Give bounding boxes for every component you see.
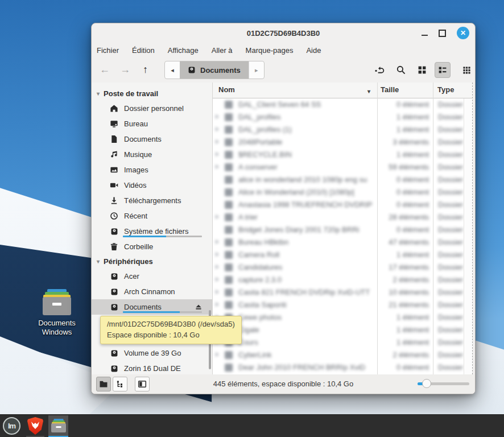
disk-usage-bar [123, 236, 202, 237]
recent-icon [110, 212, 118, 220]
zoom-slider[interactable] [418, 382, 469, 385]
sidebar-item-documents[interactable]: Documents [92, 131, 212, 147]
sidebar-item-volume-de-39-go[interactable]: Volume de 39 Go [92, 345, 212, 361]
sidebar-section-peripheriques[interactable]: ▾Périphériques [92, 254, 212, 269]
expander-icon[interactable] [216, 152, 219, 156]
table-row[interactable]: 2048Portable3 élémentsDossier [213, 136, 464, 149]
expander-icon[interactable] [216, 127, 219, 131]
expander-icon[interactable] [216, 352, 219, 357]
file-name: Casita Saporiti [238, 300, 287, 309]
sidebar-item-bureau[interactable]: Bureau [92, 116, 212, 131]
column-header-nom[interactable]: Nom [218, 85, 235, 94]
table-row[interactable]: capture 2.3.02 élémentsDossier [213, 274, 464, 286]
expander-icon[interactable] [216, 139, 219, 144]
table-row[interactable]: Bureau HBktbn47 élémentsDossier [213, 236, 464, 249]
table-row[interactable]: Anastasia 1998 TRUEFRENCH DVDRIP0 élémen… [213, 199, 464, 211]
table-row[interactable]: Alice in Wonderland (2010) [1080p]0 élém… [213, 186, 464, 199]
list-scrollbar[interactable] [464, 98, 472, 374]
file-list: Nom ▾ Taille Type DAL_Client Seven 64 SS… [213, 83, 473, 374]
table-row[interactable]: A trier28 élémentsDossier [213, 211, 464, 224]
table-row[interactable]: Bridget Jones Diary 2001 720p BRRi0 élém… [213, 224, 464, 236]
desktop-icon-documents-windows[interactable]: Documents Windows [31, 289, 83, 337]
expander-icon[interactable] [216, 240, 219, 244]
expander-icon[interactable] [216, 164, 219, 169]
sidebar-item-acer[interactable]: Acer [92, 269, 212, 284]
file-name: DAL_Client Seven 64 SS [238, 100, 321, 109]
file-type: Dossier [438, 163, 463, 171]
maximize-button[interactable] [439, 30, 446, 37]
table-row[interactable]: Camera Roll1 élémentDossier [213, 249, 464, 261]
table-row[interactable]: CyberLink2 élémentsDossier [213, 349, 464, 361]
sidebar-item-images[interactable]: Images [92, 162, 212, 178]
menu-item-fichier[interactable]: Fichier [97, 46, 119, 55]
file-size: 1 élément [375, 338, 429, 347]
table-row[interactable]: Candidatures17 élémentsDossier [213, 261, 464, 274]
sidebar-item-dossier-personnel[interactable]: Dossier personnel [92, 101, 212, 116]
brave-browser-icon[interactable] [27, 417, 43, 435]
column-header-taille[interactable]: Taille [381, 85, 399, 94]
expander-icon[interactable] [216, 290, 219, 294]
sidebar-item-systeme-de-fichiers[interactable]: Système de fichiers [92, 224, 212, 239]
menu-item-aide[interactable]: Aide [306, 46, 321, 55]
sidebar-item-telechargements[interactable]: Téléchargements [92, 193, 212, 208]
table-row[interactable]: Cigale1 élémentDossier [213, 324, 464, 336]
expander-icon[interactable] [216, 114, 219, 119]
search-button[interactable] [393, 62, 409, 78]
folder-icon [225, 288, 233, 296]
minimize-button[interactable] [422, 35, 428, 36]
table-row[interactable]: Cewe photos1 élémentDossier [213, 311, 464, 324]
menu-item-aller-a[interactable]: Aller à [212, 46, 233, 55]
mint-menu-icon[interactable]: lm [3, 417, 20, 435]
toggle-location-entry-button[interactable] [371, 62, 387, 78]
table-row[interactable]: Dear John 2010 FRENCH BRRIp XviD0 élémen… [213, 361, 464, 374]
sidebar-item-recent[interactable]: Récent [92, 208, 212, 224]
breadcrumb-prev-button[interactable]: ◂ [165, 61, 180, 79]
expander-icon[interactable] [216, 265, 219, 269]
download-icon [110, 196, 118, 205]
zoom-slider-handle[interactable] [422, 379, 431, 388]
expander-icon[interactable] [216, 252, 219, 257]
breadcrumb-next-button[interactable]: ▸ [249, 61, 264, 79]
eject-icon[interactable] [195, 303, 203, 311]
menu-item-affichage[interactable]: Affichage [168, 46, 199, 55]
back-button[interactable]: ← [100, 63, 110, 76]
forward-button[interactable]: → [120, 63, 130, 76]
table-row[interactable]: alice in wonderland 2010 1080p eng su0 é… [213, 174, 464, 186]
sidebar-item-arch-cinnamon[interactable]: Arch Cinnamon [92, 284, 212, 299]
table-row[interactable]: Casita Saporiti21 élémentsDossier [213, 299, 464, 311]
table-row[interactable]: Casita 821 FRENCH DVDRip XviD-UTT10 élém… [213, 286, 464, 299]
titlebar[interactable]: 01D2C75D69B4D3B0 ✕ [92, 23, 475, 43]
sidebar-item-musique[interactable]: Musique [92, 147, 212, 162]
sidebar-item-documents[interactable]: Documents [92, 299, 212, 315]
file-size: 1 élément [375, 325, 429, 334]
list-view-button[interactable] [435, 62, 451, 78]
column-header-type[interactable]: Type [437, 85, 454, 94]
sidebar-section-poste-de-travail[interactable]: ▾Poste de travail [92, 86, 212, 101]
icon-view-button[interactable] [414, 62, 430, 78]
file-type: Dossier [438, 200, 463, 209]
table-row[interactable]: DAL_Client Seven 64 SS0 élémentDossier [213, 98, 464, 111]
sidebar-item-corbeille[interactable]: Corbeille [92, 239, 212, 254]
breadcrumb-current[interactable]: Documents [180, 61, 249, 79]
menu-item-marque-pages[interactable]: Marque-pages [246, 46, 294, 55]
sidebar-item-zorin-16-dual-de[interactable]: Zorin 16 Dual DE [92, 361, 212, 374]
file-name: Bureau HBktbn [238, 238, 288, 246]
table-row[interactable]: A conserver59 élémentsDossier [213, 161, 464, 174]
table-row[interactable]: $RECYCLE.BIN1 élémentDossier [213, 149, 464, 161]
up-button[interactable]: ↑ [143, 63, 148, 76]
sidebar-item-videos[interactable]: Vidéos [92, 178, 212, 193]
compact-view-button[interactable] [458, 62, 474, 78]
close-button[interactable]: ✕ [457, 27, 469, 39]
file-name: DAL_profiles [238, 113, 280, 121]
menu-item-edition[interactable]: Édition [132, 46, 155, 55]
expander-icon[interactable] [216, 215, 219, 219]
expander-icon[interactable] [216, 277, 219, 282]
table-row[interactable]: Cours1 élémentDossier [213, 336, 464, 349]
expander-icon[interactable] [216, 302, 219, 307]
table-row[interactable]: DAL_profiles1 élémentDossier [213, 111, 464, 123]
file-manager-taskbar-icon[interactable] [48, 415, 68, 436]
table-row[interactable]: DAL_profiles (1)1 élémentDossier [213, 123, 464, 136]
drive-icon [110, 227, 118, 236]
compact-view-icon [462, 66, 471, 75]
file-name: DAL_profiles (1) [238, 125, 292, 134]
